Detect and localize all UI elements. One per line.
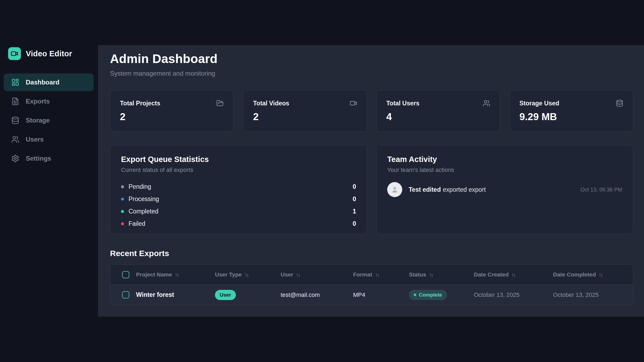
sidebar-item-label: Exports — [26, 98, 50, 105]
cell-date-completed: October 13, 2025 — [553, 291, 633, 298]
stat-value: 9.29 MB — [519, 111, 623, 123]
select-all-cell — [110, 271, 136, 278]
activity-actor: Test edited — [409, 186, 441, 193]
cell-user-type: User — [215, 290, 281, 300]
cell-user-email: test@mail.com — [281, 291, 353, 298]
stat-value: 4 — [386, 111, 490, 123]
sort-icon: ↑↓ — [244, 272, 248, 278]
stat-label: Total Users — [386, 100, 420, 107]
folder-open-icon — [216, 99, 224, 107]
sidebar-item-label: Storage — [26, 117, 50, 124]
sort-icon: ↑↓ — [175, 272, 178, 278]
main-panel: Admin Dashboard System management and mo… — [98, 45, 644, 317]
completed-dot-icon — [121, 210, 124, 213]
card-title: Team Activity — [387, 155, 622, 164]
sidebar-item-exports[interactable]: Exports — [4, 93, 94, 110]
recent-exports-table: Project Name↑↓ User Type↑↓ User↑↓ Format… — [110, 264, 633, 305]
processing-dot-icon — [121, 198, 124, 201]
card-title: Export Queue Statistics — [121, 155, 356, 164]
cell-date-created: October 13, 2025 — [474, 291, 553, 298]
activity-timestamp: Oct 13, 06:36 PM — [580, 187, 622, 193]
column-header-status[interactable]: Status↑↓ — [409, 271, 474, 278]
queue-value: 0 — [353, 220, 356, 227]
sidebar-item-label: Settings — [26, 155, 51, 162]
sidebar-item-storage[interactable]: Storage — [4, 112, 94, 129]
cell-project-name: Winter forest — [136, 291, 215, 298]
stat-card-storage-used: Storage Used 9.29 MB — [510, 90, 633, 132]
gear-icon — [11, 154, 19, 162]
column-header-date-completed[interactable]: Date Completed↑↓ — [553, 271, 633, 278]
column-header-user-type[interactable]: User Type↑↓ — [215, 271, 281, 278]
queue-list: Pending 0 Processing 0 Completed 1 Faile… — [121, 180, 356, 230]
export-queue-card: Export Queue Statistics Current status o… — [110, 145, 367, 234]
sort-icon: ↑↓ — [296, 272, 300, 278]
app-logo: Video Editor — [0, 47, 98, 60]
stat-card-total-users: Total Users 4 — [376, 90, 500, 132]
column-header-format[interactable]: Format↑↓ — [353, 271, 409, 278]
column-label: Status — [409, 271, 426, 278]
queue-label: Completed — [129, 208, 158, 215]
queue-value: 0 — [353, 183, 356, 190]
video-camera-icon — [350, 99, 357, 107]
stats-row: Total Projects 2 Total Videos 2 — [110, 90, 633, 132]
status-badge: Complete — [409, 290, 447, 300]
table-row[interactable]: Winter forest User test@mail.com MP4 Com… — [110, 285, 633, 305]
stat-value: 2 — [253, 111, 357, 123]
failed-dot-icon — [121, 222, 124, 225]
sidebar-item-label: Dashboard — [26, 79, 59, 86]
activity-text: Test editedexported export — [409, 186, 486, 193]
sidebar-item-users[interactable]: Users — [4, 131, 94, 148]
stat-label: Total Videos — [253, 100, 289, 107]
page-subtitle: System management and monitoring — [110, 70, 633, 77]
activity-item: Test editedexported export Oct 13, 06:36… — [387, 182, 622, 197]
app-title: Video Editor — [26, 49, 72, 58]
queue-row-completed: Completed 1 — [121, 205, 356, 217]
queue-label: Failed — [129, 220, 145, 227]
sidebar-item-settings[interactable]: Settings — [4, 150, 94, 167]
row-checkbox[interactable] — [122, 291, 129, 298]
sort-icon: ↑↓ — [599, 272, 602, 278]
cell-format: MP4 — [353, 291, 409, 298]
status-label: Complete — [419, 292, 442, 298]
card-subtitle: Your team's latest actions — [387, 167, 622, 173]
queue-label: Processing — [129, 195, 159, 203]
status-dot-icon — [414, 294, 416, 296]
queue-row-processing: Processing 0 — [121, 193, 356, 205]
column-label: Project Name — [136, 271, 172, 278]
sidebar: Video Editor Dashboard Exports — [0, 0, 98, 362]
column-label: User Type — [215, 271, 242, 278]
activity-action: exported export — [443, 186, 486, 193]
column-header-date-created[interactable]: Date Created↑↓ — [474, 271, 553, 278]
middle-row: Export Queue Statistics Current status o… — [110, 145, 633, 234]
column-label: Date Created — [474, 271, 509, 278]
recent-exports-title: Recent Exports — [110, 249, 633, 258]
users-icon — [11, 135, 19, 143]
queue-row-pending: Pending 0 — [121, 180, 356, 193]
pending-dot-icon — [121, 185, 124, 188]
column-header-user[interactable]: User↑↓ — [281, 271, 353, 278]
sort-icon: ↑↓ — [511, 272, 515, 278]
queue-value: 1 — [353, 208, 356, 215]
sidebar-nav: Dashboard Exports Storage — [4, 73, 94, 167]
cell-status: Complete — [409, 290, 474, 300]
dashboard-icon — [11, 78, 19, 86]
column-label: Date Completed — [553, 271, 596, 278]
sidebar-item-dashboard[interactable]: Dashboard — [4, 73, 94, 91]
user-type-badge: User — [215, 290, 236, 300]
column-header-project-name[interactable]: Project Name↑↓ — [136, 271, 215, 278]
sidebar-item-label: Users — [26, 136, 44, 143]
column-label: Format — [353, 271, 372, 278]
database-icon — [11, 116, 19, 124]
column-label: User — [281, 271, 293, 278]
stat-label: Total Projects — [120, 100, 160, 107]
database-icon — [616, 99, 623, 107]
video-camera-icon — [8, 47, 21, 60]
sort-icon: ↑↓ — [429, 272, 433, 278]
table-header-row: Project Name↑↓ User Type↑↓ User↑↓ Format… — [110, 265, 633, 285]
queue-value: 0 — [353, 195, 356, 203]
stat-label: Storage Used — [519, 100, 559, 107]
row-select-cell — [110, 291, 136, 298]
select-all-checkbox[interactable] — [122, 271, 129, 278]
person-avatar-icon — [387, 182, 402, 197]
sort-icon: ↑↓ — [375, 272, 379, 278]
